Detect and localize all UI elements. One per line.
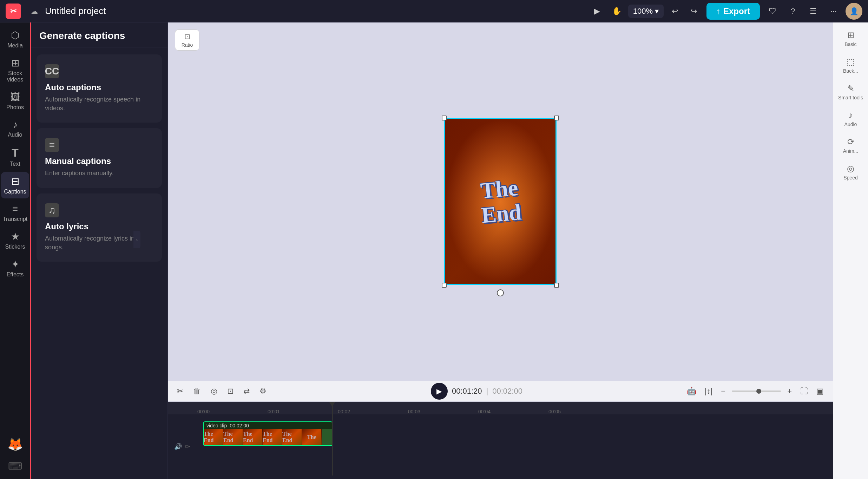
speed-label: Speed (843, 175, 857, 181)
handle-top-right[interactable] (554, 116, 559, 120)
fox-icon: 🦊 (7, 437, 23, 452)
ai-button[interactable]: 🤖 (685, 385, 698, 398)
sidebar-item-keyboard[interactable]: ⌨ (1, 457, 29, 475)
split-tool[interactable]: ✂ (175, 385, 185, 398)
sidebar-item-media[interactable]: ⬡ Media (1, 26, 29, 52)
clip-frame: The End (282, 429, 302, 445)
play-icon: ▶ (436, 387, 442, 395)
sidebar-item-photos[interactable]: 🖼 Photos (1, 88, 29, 114)
ruler-mark: 00:05 (547, 409, 617, 414)
zoom-slider[interactable] (732, 391, 781, 392)
auto-lyrics-icon: ♫ (45, 203, 59, 217)
manual-captions-title: Manual captions (45, 156, 153, 166)
auto-captions-card[interactable]: CC Auto captions Automatically recognize… (37, 54, 162, 123)
sidebar-item-captions[interactable]: ⊟ Captions (1, 172, 29, 198)
project-title: Untitled project (45, 6, 106, 17)
video-frame[interactable]: The End (444, 118, 557, 285)
help-button[interactable]: ? (784, 3, 801, 20)
auto-lyrics-card[interactable]: ♫ Auto lyrics Automatically recognize ly… (37, 193, 162, 262)
app-logo[interactable]: ✂ (6, 4, 21, 19)
auto-captions-desc: Automatically recognize speech in videos… (45, 95, 153, 113)
rotate-handle[interactable]: ↻ (497, 289, 504, 296)
right-panel-audio[interactable]: ♪ Audio (835, 106, 867, 131)
effects-icon: ✦ (11, 258, 19, 270)
track-edit-icon[interactable]: ✏ (185, 443, 190, 451)
timeline-track-controls: 🔊 ✏ (168, 418, 196, 475)
right-panel-smart-tools[interactable]: ✎ Smart tools (835, 79, 867, 105)
handle-bottom-left[interactable] (442, 283, 447, 288)
feedback-button[interactable]: ☰ (805, 3, 822, 20)
ruler-mark: 00:00 (196, 409, 266, 414)
export-button[interactable]: ↑ Export (706, 3, 760, 20)
ruler-mark: 00:02 (336, 409, 407, 414)
redo-button[interactable]: ↪ (685, 3, 702, 20)
right-panel-basic[interactable]: ⊞ Basic (835, 26, 867, 51)
video-clip[interactable]: video clip 00:02:00 The End The End The … (203, 421, 333, 446)
topbar: ✂ ☁ Untitled project ▶ ✋ 100% ▾ ↩ ↪ ↑ Ex… (0, 0, 868, 22)
timeline-content: 🔊 ✏ video clip 00:02:00 The End The End … (168, 414, 833, 479)
auto-lyrics-title: Auto lyrics (45, 222, 153, 231)
undo-button[interactable]: ↩ (666, 3, 683, 20)
zoom-out-btn[interactable]: − (719, 385, 728, 398)
sidebar-item-effects[interactable]: ✦ Effects (1, 255, 29, 281)
right-panel-background[interactable]: ⬚ Back... (835, 53, 867, 78)
sidebar-item-stickers[interactable]: ★ Stickers (1, 227, 29, 254)
topbar-right-icons: 🛡 ? ☰ ··· 👤 (764, 3, 862, 20)
shield-button[interactable]: 🛡 (764, 3, 781, 20)
speed-tool[interactable]: ◎ (209, 385, 219, 398)
stickers-icon: ★ (11, 231, 20, 242)
manual-captions-card[interactable]: ≡ Manual captions Enter captions manuall… (37, 128, 162, 188)
ruler-marks: 00:00 00:01 00:02 00:03 00:04 (196, 402, 833, 414)
track-volume-icon[interactable]: 🔊 (174, 443, 182, 451)
caption-overlay-btn[interactable]: ▣ (814, 385, 826, 398)
sidebar-item-audio[interactable]: ♪ Audio (1, 116, 29, 142)
ruler-mark: 00:04 (477, 409, 547, 414)
right-panel-speed[interactable]: ◎ Speed (835, 159, 867, 185)
ratio-label: Ratio (182, 42, 193, 48)
sidebar-item-stock-videos[interactable]: ⊞ Stock videos (1, 54, 29, 86)
sidebar-item-text[interactable]: T Text (1, 143, 29, 171)
hand-tool[interactable]: ✋ (609, 3, 625, 20)
animation-icon: ⟳ (847, 137, 854, 147)
save-icon[interactable]: ☁ (28, 5, 41, 18)
basic-label: Basic (844, 41, 856, 47)
manual-captions-desc: Enter captions manually. (45, 169, 153, 178)
handle-bottom-right[interactable] (554, 283, 559, 288)
video-frame-wrapper: The End ↻ (444, 118, 557, 285)
auto-captions-title: Auto captions (45, 83, 153, 92)
ratio-button[interactable]: ⊡ Ratio (175, 29, 199, 51)
delete-tool[interactable]: 🗑 (191, 385, 203, 398)
panel-collapse-btn[interactable]: ‹ (133, 231, 140, 248)
play-button[interactable]: ▶ (431, 383, 448, 400)
fullscreen-btn[interactable]: ⛶ (798, 385, 810, 398)
avatar[interactable]: 👤 (846, 3, 862, 20)
clip-frame: The End (243, 429, 263, 445)
playhead (332, 405, 333, 475)
sidebar-item-fox[interactable]: 🦊 (1, 434, 29, 455)
ruler-mark: 00:03 (407, 409, 477, 414)
playback-controls: ▶ 00:01:20 | 00:02:00 (431, 383, 522, 400)
photos-icon: 🖼 (10, 91, 20, 103)
video-text: The End (478, 175, 522, 228)
handle-top-left[interactable] (442, 116, 447, 120)
more-button[interactable]: ··· (825, 3, 842, 20)
pointer-tool[interactable]: ▶ (589, 3, 606, 20)
more-tools[interactable]: ⚙ (257, 385, 269, 398)
split-audio-btn[interactable]: |↕| (703, 385, 715, 398)
keyboard-icon: ⌨ (8, 460, 22, 472)
timeline: 00:00 00:01 00:02 00:03 00:04 (168, 402, 833, 479)
sidebar-item-label: Captions (4, 189, 26, 195)
flip-tool[interactable]: ⇄ (241, 385, 252, 398)
right-panel-animation[interactable]: ⟳ Anim... (835, 133, 867, 158)
zoom-control[interactable]: 100% ▾ (628, 5, 664, 18)
audio-icon: ♪ (13, 119, 18, 130)
timeline-ruler: 00:00 00:01 00:02 00:03 00:04 (168, 402, 833, 414)
smart-tools-label: Smart tools (838, 95, 863, 100)
crop-tool[interactable]: ⊡ (225, 385, 236, 398)
sidebar-item-transcript[interactable]: ≡ Transcript (1, 200, 29, 226)
sidebar-item-label: Stickers (5, 244, 25, 250)
sidebar-item-label: Photos (6, 104, 24, 111)
smart-tools-icon: ✎ (847, 84, 854, 93)
timeline-toolbar: ✂ 🗑 ◎ ⊡ ⇄ ⚙ ▶ 00:01:20 | 00:02:00 🤖 |↕| … (168, 381, 833, 402)
zoom-in-btn[interactable]: + (785, 385, 794, 398)
